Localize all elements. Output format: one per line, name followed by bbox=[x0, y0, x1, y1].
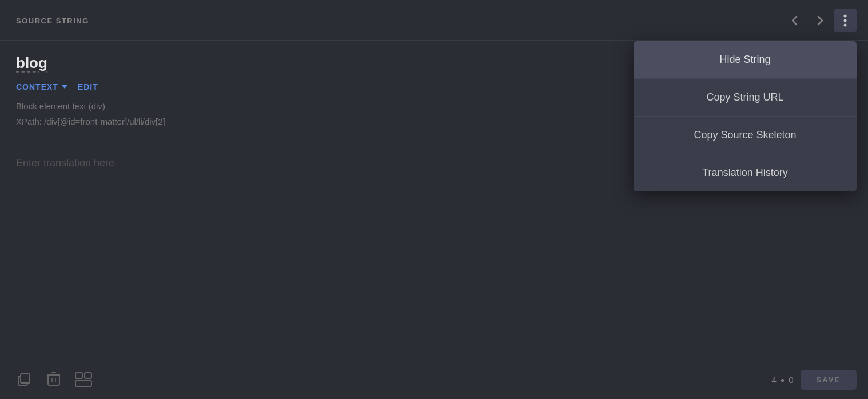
svg-rect-4 bbox=[21, 374, 30, 383]
svg-rect-11 bbox=[85, 373, 91, 378]
dot-separator bbox=[781, 379, 784, 382]
context-arrow-icon bbox=[62, 85, 67, 89]
char-count: 4 0 bbox=[772, 375, 794, 385]
char-count-zero: 0 bbox=[789, 375, 793, 385]
dropdown-menu: Hide String Copy String URL Copy Source … bbox=[634, 41, 857, 191]
svg-rect-10 bbox=[75, 373, 82, 378]
context-label: CONTEXT bbox=[16, 82, 58, 91]
svg-point-0 bbox=[844, 15, 847, 18]
copy-icon bbox=[16, 372, 32, 388]
dropdown-item-hide-string[interactable]: Hide String bbox=[634, 41, 857, 79]
char-count-value: 4 bbox=[772, 375, 777, 385]
context-button[interactable]: CONTEXT bbox=[16, 82, 67, 91]
back-button[interactable] bbox=[783, 9, 806, 32]
segment-button[interactable] bbox=[73, 369, 94, 390]
footer-left bbox=[14, 369, 94, 390]
footer: 4 0 SAVE bbox=[0, 360, 868, 399]
svg-point-2 bbox=[844, 24, 847, 27]
save-button[interactable]: SAVE bbox=[801, 370, 857, 390]
edit-button[interactable]: EDIT bbox=[78, 82, 98, 91]
svg-rect-5 bbox=[48, 375, 59, 385]
back-arrow-icon bbox=[789, 14, 801, 27]
delete-button[interactable] bbox=[43, 369, 64, 390]
dropdown-item-copy-url[interactable]: Copy String URL bbox=[634, 79, 857, 117]
copy-button[interactable] bbox=[14, 369, 34, 390]
footer-right: 4 0 SAVE bbox=[772, 370, 857, 390]
forward-arrow-icon bbox=[814, 14, 826, 27]
panel-title: SOURCE STRING bbox=[16, 17, 89, 25]
svg-rect-12 bbox=[75, 381, 91, 386]
segment-icon bbox=[75, 372, 92, 387]
forward-button[interactable] bbox=[809, 9, 831, 32]
dropdown-item-translation-history[interactable]: Translation History bbox=[634, 154, 857, 191]
svg-point-1 bbox=[844, 19, 847, 22]
dropdown-item-copy-skeleton[interactable]: Copy Source Skeleton bbox=[634, 117, 857, 154]
more-options-button[interactable]: Hide String Copy String URL Copy Source … bbox=[834, 9, 857, 32]
header-actions: Hide String Copy String URL Copy Source … bbox=[783, 9, 857, 32]
delete-icon bbox=[47, 372, 61, 388]
more-dots-icon bbox=[843, 14, 847, 27]
main-panel: SOURCE STRING Hide Str bbox=[0, 0, 868, 399]
header: SOURCE STRING Hide Str bbox=[0, 0, 868, 41]
